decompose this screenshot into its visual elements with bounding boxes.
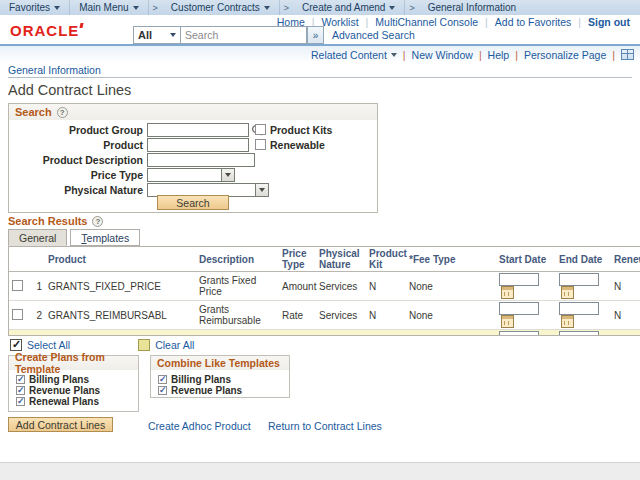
tab-templates-label: Templates [81,232,129,244]
breadcrumb-customer-contracts[interactable]: Customer Contracts [162,0,280,15]
physical-nature-label: Physical Nature [9,184,147,196]
clear-all-link[interactable]: Clear All [155,339,194,351]
cell-renewable: N [611,301,640,330]
row-number-header [33,247,45,272]
clear-all-icon[interactable] [138,339,150,351]
calendar-icon[interactable] [501,286,514,299]
selection-controls: Select All Clear All [10,339,194,351]
divider: | [479,49,482,61]
add-contract-lines-button[interactable]: Add Contract Lines [8,417,113,432]
billing-plans-checkbox[interactable] [16,375,25,384]
chevron-down-icon [389,6,395,10]
page-toolbar: Related Content | New Window | Help | Pe… [0,46,640,63]
search-section-title: Search [15,106,52,118]
tab-templates[interactable]: Templates [70,229,140,246]
start-date-input[interactable] [499,273,539,286]
combine-revenue-plans-label: Revenue Plans [171,385,242,396]
calendar-icon[interactable] [561,286,574,299]
results-grid: Product Description Price Type Physical … [8,246,640,336]
advanced-search-link[interactable]: Advanced Search [332,29,415,41]
end-date-input[interactable] [559,273,599,286]
tab-general[interactable]: General [8,229,67,246]
combine-revenue-plans-checkbox[interactable] [158,386,167,395]
row-number: 1 [33,272,45,301]
cell-product-kit: N [366,330,406,337]
chevron-down-icon [170,33,176,37]
bottom-strip [0,462,640,480]
combine-billing-plans-label: Billing Plans [171,374,231,385]
breadcrumb-general-information[interactable]: General Information [419,0,525,15]
create-adhoc-product-link[interactable]: Create Adhoc Product [148,420,251,432]
renewable-checkbox-row: Renewable [255,139,325,151]
product-input[interactable] [147,138,249,152]
search-button[interactable]: Search [157,195,229,210]
col-price-type: Price Type [279,247,316,272]
select-all-link[interactable]: Select All [27,339,70,351]
row-select-checkbox[interactable] [12,280,23,291]
add-to-favorites-link[interactable]: Add to Favorites [495,16,571,28]
cell-physical-nature: Services [316,301,366,330]
cell-description: Grants Fixed Price [196,272,279,301]
layout-grid-icon[interactable] [621,49,634,60]
combine-billing-plans-checkbox[interactable] [158,375,167,384]
search-scope-value: All [138,29,152,41]
breadcrumb-favorites[interactable]: Favorites [0,0,70,15]
renewable-checkbox[interactable] [255,139,266,150]
divider: | [578,16,581,28]
divider: | [612,49,615,61]
billing-plans-option: Billing Plans [16,374,138,384]
return-to-contract-lines-link[interactable]: Return to Contract Lines [268,420,382,432]
start-date-input[interactable] [499,302,539,315]
global-search-input[interactable] [181,26,307,44]
product-group-row: Product Group Product Kits [9,122,377,137]
help-icon[interactable] [92,216,103,227]
sign-out-link[interactable]: Sign out [588,16,630,28]
renewable-label: Renewable [270,139,325,151]
breadcrumb-main-menu[interactable]: Main Menu [70,0,148,15]
price-type-select[interactable] [147,168,235,182]
select-all-icon[interactable] [10,339,22,351]
col-product: Product [45,247,196,272]
general-information-link[interactable]: General Information [8,64,101,76]
search-scope-dropdown[interactable]: All [133,26,181,44]
product-kits-checkbox[interactable] [255,124,266,135]
breadcrumb-label: General Information [428,2,516,13]
search-go-button[interactable] [307,26,324,44]
chevron-down-icon [133,6,139,10]
breadcrumb-create-and-amend[interactable]: Create and Amend [293,0,405,15]
revenue-plans-checkbox[interactable] [16,386,25,395]
combine-billing-plans-option: Billing Plans [158,374,289,384]
product-description-input[interactable] [147,153,255,167]
chevron-down-icon [225,173,231,177]
chevron-down-icon [54,6,60,10]
create-plans-groupbox: Create Plans from Template Billing Plans… [8,355,139,412]
end-date-input[interactable] [559,331,599,336]
row-select-checkbox[interactable] [12,309,23,320]
calendar-icon[interactable] [501,315,514,328]
cell-description: Grants Reimbursable [196,301,279,330]
row-number: 2 [33,301,45,330]
help-icon[interactable] [57,107,68,118]
calendar-icon[interactable] [561,315,574,328]
breadcrumb-label: Customer Contracts [171,2,260,13]
combine-templates-groupbox: Combine Like Templates Billing Plans Rev… [150,355,290,398]
physical-nature-value [148,184,255,196]
combine-templates-header: Combine Like Templates [151,356,289,370]
create-plans-title: Create Plans from Template [15,351,132,375]
renewal-plans-label: Renewal Plans [29,396,99,407]
search-results-title: Search Results [8,215,87,227]
related-content-label: Related Content [311,49,387,61]
related-content-menu[interactable]: Related Content [311,49,397,61]
new-window-link[interactable]: New Window [412,49,473,61]
breadcrumb-label: Create and Amend [302,2,385,13]
product-group-label: Product Group [9,124,147,136]
renewal-plans-checkbox[interactable] [16,397,25,406]
help-link[interactable]: Help [488,49,510,61]
end-date-input[interactable] [559,302,599,315]
product-kits-label: Product Kits [270,124,332,136]
col-physical-nature: Physical Nature [316,247,366,272]
chevron-down-icon [391,53,397,57]
start-date-input[interactable] [499,331,539,336]
product-group-input[interactable] [147,123,249,137]
personalize-page-link[interactable]: Personalize Page [524,49,606,61]
